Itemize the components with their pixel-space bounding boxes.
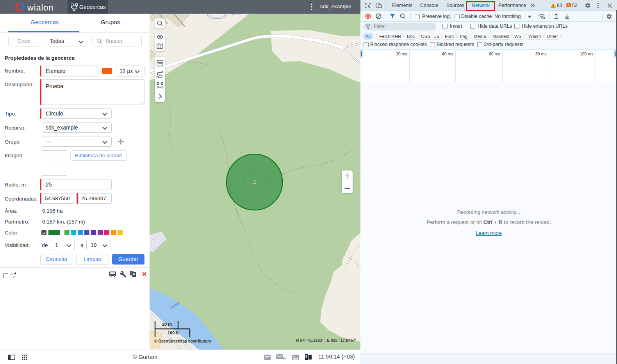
svg-text:N 54° 41.3253′ : E 025° 17.846: N 54° 41.3253′ : E 025° 17.8467′ [296, 338, 357, 343]
svg-text:A: A [11, 272, 13, 276]
svg-text:wialon: wialon [27, 3, 53, 12]
svg-text:© OpenStreetMap contributors: © OpenStreetMap contributors [154, 339, 211, 343]
svg-text:20 m: 20 m [162, 322, 172, 327]
svg-text:100 ft: 100 ft [168, 330, 179, 335]
svg-text:Z: Z [13, 275, 16, 279]
